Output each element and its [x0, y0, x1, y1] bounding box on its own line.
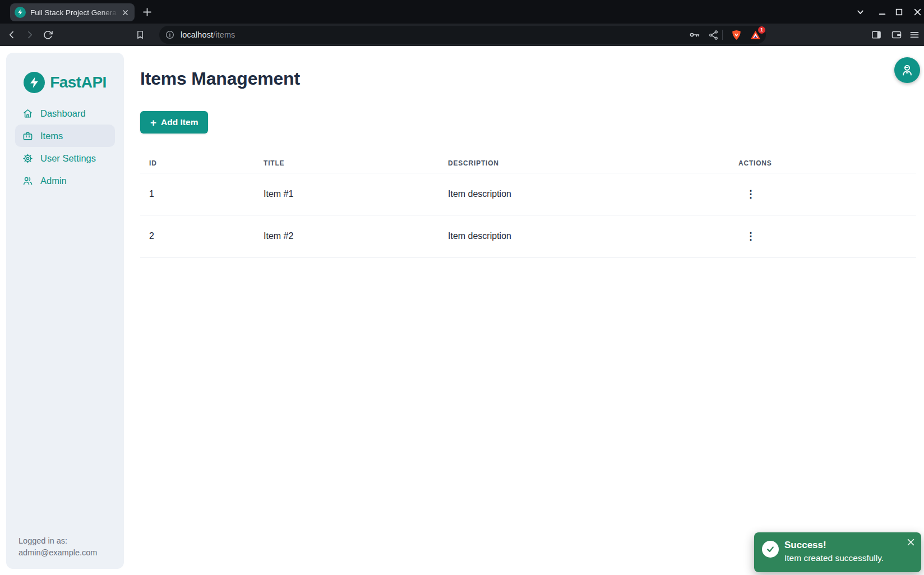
bookmark-icon[interactable]	[133, 27, 147, 42]
url-path: /items	[213, 30, 235, 39]
sidebar-item-label: Dashboard	[40, 108, 86, 119]
sidebar-item-user-settings[interactable]: User Settings	[15, 147, 115, 169]
column-header-id: ID	[149, 159, 264, 167]
briefcase-icon	[22, 131, 33, 141]
home-icon	[22, 108, 33, 119]
sidebar-item-label: Items	[40, 131, 63, 141]
url-text[interactable]: localhost/items	[181, 30, 235, 39]
toast-text: Success! Item created successfully.	[784, 539, 884, 564]
sidebar-item-dashboard[interactable]: Dashboard	[15, 102, 115, 125]
menu-hamburger-icon[interactable]	[907, 27, 922, 42]
cell-title: Item #2	[264, 231, 448, 241]
page-content: FastAPI Dashboard Items User Settings	[0, 46, 924, 575]
share-icon[interactable]	[708, 30, 719, 40]
add-item-label: Add Item	[161, 117, 198, 127]
users-icon	[22, 176, 33, 186]
fastapi-logo: FastAPI	[6, 72, 124, 93]
address-bar[interactable]: localhost/items 1	[159, 26, 766, 44]
back-button[interactable]	[4, 27, 19, 42]
window-maximize-button[interactable]	[892, 5, 905, 19]
add-item-button[interactable]: + Add Item	[140, 111, 208, 134]
sidebar-nav: Dashboard Items User Settings Admin	[6, 102, 124, 192]
row-actions-kebab-icon[interactable]: ⋮	[743, 186, 759, 202]
url-host: localhost	[181, 30, 213, 39]
tab-close-icon[interactable]	[120, 7, 130, 17]
column-header-description: DESCRIPTION	[448, 159, 738, 167]
toast-title: Success!	[784, 539, 884, 551]
sidebar: FastAPI Dashboard Items User Settings	[6, 53, 124, 569]
omnibox-actions: 1	[689, 29, 761, 41]
fastapi-favicon-icon	[15, 7, 26, 18]
site-info-icon[interactable]	[165, 30, 175, 40]
sidebar-item-label: User Settings	[40, 153, 96, 164]
user-avatar-button[interactable]	[894, 57, 920, 83]
browser-tab[interactable]: Full Stack Project Genera	[10, 3, 135, 21]
logged-in-email: admin@example.com	[19, 547, 97, 559]
toast-close-icon[interactable]	[905, 537, 916, 547]
success-toast: Success! Item created successfully.	[754, 532, 921, 572]
toast-message: Item created successfully.	[784, 551, 884, 564]
logo-text: FastAPI	[50, 73, 107, 91]
browser-toolbar: localhost/items 1	[0, 24, 924, 46]
reload-button[interactable]	[40, 27, 55, 42]
check-circle-icon	[762, 541, 779, 558]
password-key-icon[interactable]	[689, 29, 700, 40]
cell-description: Item description	[448, 231, 738, 241]
brave-rewards-icon[interactable]: 1	[750, 29, 761, 41]
window-close-button[interactable]	[911, 5, 924, 19]
sidebar-item-items[interactable]: Items	[15, 125, 115, 147]
wallet-icon[interactable]	[889, 27, 904, 42]
logged-in-label: Logged in as:	[19, 535, 97, 547]
items-table: ID TITLE DESCRIPTION ACTIONS 1 Item #1 I…	[140, 153, 916, 257]
cell-title: Item #1	[264, 189, 448, 199]
gear-icon	[22, 153, 33, 164]
tab-search-chevron-icon[interactable]	[853, 5, 867, 19]
new-tab-button[interactable]	[140, 5, 154, 19]
cell-id: 1	[149, 189, 264, 199]
column-header-actions: ACTIONS	[738, 159, 916, 167]
brave-shield-icon[interactable]	[731, 29, 742, 41]
logged-in-status: Logged in as: admin@example.com	[19, 535, 97, 559]
cell-description: Item description	[448, 189, 738, 199]
sidebar-item-label: Admin	[40, 176, 67, 186]
toolbar-separator	[722, 30, 723, 40]
plus-icon: +	[150, 117, 156, 128]
window-minimize-button[interactable]	[875, 5, 889, 19]
page-title: Items Management	[140, 68, 300, 89]
rewards-badge: 1	[758, 26, 765, 34]
cell-id: 2	[149, 231, 264, 241]
column-header-title: TITLE	[264, 159, 448, 167]
fastapi-logo-icon	[24, 72, 45, 93]
sidebar-panel-icon[interactable]	[869, 27, 884, 42]
row-actions-kebab-icon[interactable]: ⋮	[743, 228, 759, 244]
forward-button[interactable]	[22, 27, 37, 42]
table-header-row: ID TITLE DESCRIPTION ACTIONS	[140, 153, 916, 173]
table-row: 2 Item #2 Item description ⋮	[140, 215, 916, 257]
table-row: 1 Item #1 Item description ⋮	[140, 173, 916, 215]
tab-title: Full Stack Project Genera	[30, 8, 120, 17]
sidebar-item-admin[interactable]: Admin	[15, 169, 115, 192]
browser-tab-bar: Full Stack Project Genera	[0, 0, 924, 24]
